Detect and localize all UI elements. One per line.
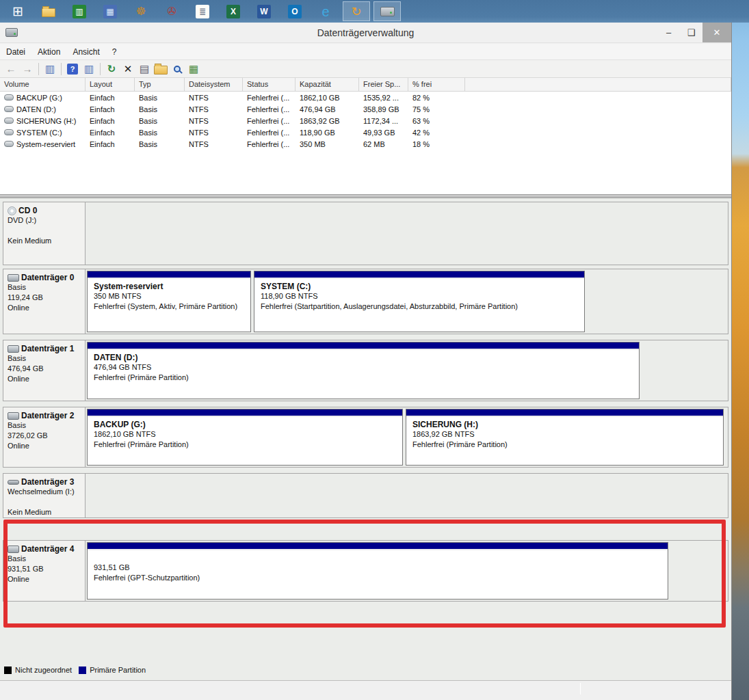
disk-name: Datenträger 0 <box>8 273 82 282</box>
zoom-button[interactable] <box>169 62 185 77</box>
title-bar[interactable]: Datenträgerverwaltung – ❑ ✕ <box>0 23 731 43</box>
back-button[interactable]: ← <box>3 62 19 77</box>
disk-detail: Basis <box>8 420 82 431</box>
disk-label[interactable]: Datenträger 3Wechselmedium (I:)Kein Medi… <box>3 474 86 517</box>
column-header-filler <box>465 78 731 91</box>
disk-row: CD 0DVD (J:)Kein Medium <box>3 202 728 265</box>
calculator-button[interactable]: ▦ <box>96 1 124 21</box>
column-header[interactable]: Status <box>243 78 295 91</box>
volume-row[interactable]: System-reserviertEinfachBasisNTFSFehlerf… <box>0 138 731 150</box>
column-header[interactable]: Kapazität <box>295 78 359 91</box>
volume-cell: Einfach <box>86 94 135 102</box>
volume-drive-icon <box>4 141 14 147</box>
partition-size: 118,90 GB NTFS <box>261 291 578 301</box>
forward-button[interactable]: → <box>19 62 36 77</box>
volume-cell: Basis <box>135 117 185 125</box>
forward-icon: → <box>23 64 33 74</box>
disk-row: Datenträger 3Wechselmedium (I:)Kein Medi… <box>3 473 728 518</box>
disk-detail: Basis <box>8 353 82 364</box>
legend-color-swatch <box>79 667 86 674</box>
volume-cell: 118,90 GB <box>295 129 359 137</box>
partition-title: SYSTEM (C:) <box>261 282 578 291</box>
taskbar: ⊞▥▦☸✇≣XWOe↻ <box>0 0 749 23</box>
disk-label[interactable]: Datenträger 1Basis476,94 GBOnline <box>3 340 86 401</box>
volume-cell: 49,93 GB <box>359 129 408 137</box>
open-folder-icon <box>154 66 168 75</box>
status-bar-divider <box>580 683 581 695</box>
properties-icon: ▤ <box>140 64 149 74</box>
column-header[interactable]: Typ <box>135 78 185 91</box>
open-folder-button[interactable] <box>153 62 169 77</box>
store-button[interactable]: ▥ <box>66 1 93 21</box>
outlook-button[interactable]: O <box>281 1 308 21</box>
volume-cell: 350 MB <box>295 140 359 148</box>
properties-button[interactable]: ▤ <box>136 62 153 77</box>
volume-row[interactable]: BACKUP (G:)EinfachBasisNTFSFehlerfrei (.… <box>0 92 731 103</box>
internet-explorer-button[interactable]: e <box>312 1 339 21</box>
media-player-button[interactable]: ✇ <box>158 1 185 21</box>
volume-row[interactable]: SICHERUNG (H:)EinfachBasisNTFSFehlerfrei… <box>0 115 731 126</box>
file-explorer-button[interactable] <box>35 1 62 21</box>
action-pane-button[interactable]: ▥ <box>81 62 97 77</box>
volume-cell: 18 % <box>408 140 465 148</box>
word-button[interactable]: W <box>250 1 278 21</box>
start-button[interactable]: ⊞ <box>4 1 31 21</box>
column-header[interactable]: Volume <box>0 78 86 91</box>
disk-label[interactable]: Datenträger 4Basis931,51 GBOnline <box>3 541 86 601</box>
paint-button[interactable]: ☸ <box>127 1 155 21</box>
help-button[interactable]: ? <box>64 62 81 77</box>
notepad-button[interactable]: ≣ <box>189 1 216 21</box>
partition-block[interactable]: DATEN (D:)476,94 GB NTFSFehlerfrei (Prim… <box>87 342 640 399</box>
column-header[interactable]: % frei <box>408 78 465 91</box>
legend-label: Nicht zugeordnet <box>15 666 72 674</box>
volume-drive-icon <box>4 106 14 112</box>
volume-name-cell: SYSTEM (C:) <box>0 129 86 137</box>
volume-cell: Fehlerfrei (... <box>243 105 295 113</box>
refresh-button[interactable]: ↻ <box>103 62 120 77</box>
partition-block[interactable]: SICHERUNG (H:)1863,92 GB NTFSFehlerfrei … <box>406 409 724 466</box>
disk-label[interactable]: Datenträger 2Basis3726,02 GBOnline <box>3 407 86 467</box>
volume-row[interactable]: DATEN (D:)EinfachBasisNTFSFehlerfrei (..… <box>0 103 731 115</box>
partition-color-bar <box>88 409 402 417</box>
column-header[interactable]: Dateisystem <box>185 78 243 91</box>
partition-info: BACKUP (G:)1862,10 GB NTFSFehlerfrei (Pr… <box>88 417 402 465</box>
menu-item-aktion[interactable]: Aktion <box>31 45 66 59</box>
volume-cell: Einfach <box>86 129 135 137</box>
partition-info: SICHERUNG (H:)1863,92 GB NTFSFehlerfrei … <box>406 417 723 465</box>
excel-button[interactable]: X <box>220 1 247 21</box>
delete-button[interactable]: ✕ <box>120 62 136 77</box>
disk-label[interactable]: Datenträger 0Basis119,24 GBOnline <box>3 269 86 334</box>
partition-block[interactable]: SYSTEM (C:)118,90 GB NTFSFehlerfrei (Sta… <box>254 271 585 332</box>
partition-block[interactable]: BACKUP (G:)1862,10 GB NTFSFehlerfrei (Pr… <box>87 409 403 466</box>
volume-cell: 75 % <box>408 105 465 113</box>
file-explorer-icon <box>42 8 55 17</box>
disk-detail: Basis <box>8 554 82 564</box>
menu-item-ansicht[interactable]: Ansicht <box>66 45 105 59</box>
minimize-button[interactable]: – <box>657 23 680 42</box>
column-header[interactable]: Layout <box>86 78 135 91</box>
volume-cell: 1172,34 ... <box>359 117 408 125</box>
sync-button[interactable]: ↻ <box>343 1 370 21</box>
disk-management-button[interactable] <box>373 1 401 21</box>
volume-row[interactable]: SYSTEM (C:)EinfachBasisNTFSFehlerfrei (.… <box>0 126 731 138</box>
menu-item-[interactable]: ? <box>106 45 123 59</box>
volume-cell: Basis <box>135 129 185 137</box>
settings-button[interactable]: ▦ <box>185 62 202 77</box>
partition-size: 350 MB NTFS <box>94 291 244 301</box>
partition-status: Fehlerfrei (Primäre Partition) <box>94 440 396 450</box>
drive-icon <box>8 412 19 420</box>
console-tree-button[interactable]: ▥ <box>42 62 58 77</box>
volume-cell: 1863,92 GB <box>295 117 359 125</box>
settings-icon: ▦ <box>189 64 198 74</box>
disk-label[interactable]: CD 0DVD (J:)Kein Medium <box>3 202 86 265</box>
maximize-button[interactable]: ❑ <box>680 23 702 42</box>
partition-block[interactable]: 931,51 GBFehlerfrei (GPT-Schutzpartition… <box>87 542 668 600</box>
column-header[interactable]: Freier Sp... <box>359 78 408 91</box>
calculator-icon: ▦ <box>103 5 117 18</box>
close-button[interactable]: ✕ <box>702 23 731 42</box>
disk-detail: DVD (J:) <box>8 215 82 226</box>
start-icon: ⊞ <box>12 5 23 18</box>
partition-block[interactable]: System-reserviert350 MB NTFSFehlerfrei (… <box>87 271 251 332</box>
menu-item-datei[interactable]: Datei <box>0 45 31 59</box>
disk-row: Datenträger 2Basis3726,02 GBOnlineBACKUP… <box>3 407 728 468</box>
